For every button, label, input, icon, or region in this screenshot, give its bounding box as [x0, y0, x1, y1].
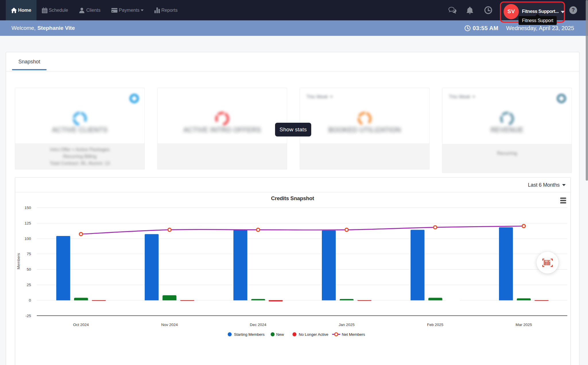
history-clock-icon-graphic: [484, 6, 492, 14]
welcome-bar: Welcome, Stephanie Vite 03:55 AM Wednesd…: [0, 20, 588, 36]
bell-icon-graphic: [466, 6, 474, 14]
avatar[interactable]: SV: [504, 4, 519, 19]
period-selector[interactable]: This Week: [449, 94, 475, 99]
net-members-line: [79, 225, 525, 236]
chart-axes-grid: 1501251007550250-25: [24, 206, 567, 318]
credit-card-icon: [111, 8, 117, 13]
nav-item-home[interactable]: Home: [6, 0, 36, 20]
svg-text:Nov 2024: Nov 2024: [161, 323, 178, 327]
period-label: This Week: [306, 94, 328, 99]
stat-card-top: ACTIVE CLIENTS: [15, 88, 144, 143]
svg-text:Credits Snapshot: Credits Snapshot: [271, 195, 314, 201]
chart-legend: Starting MembersNewNo Longer ActiveNet M…: [228, 332, 365, 337]
svg-text:No Longer Active: No Longer Active: [299, 332, 328, 337]
home-icon: [11, 7, 17, 13]
svg-text:125: 125: [24, 221, 31, 225]
svg-text:Feb 2025: Feb 2025: [427, 323, 443, 327]
stat-card-footer-text: Recurring: [442, 150, 572, 157]
svg-text:50: 50: [27, 267, 31, 272]
stat-card-title: REVENUE: [442, 126, 572, 134]
tooltip-arrow: [535, 14, 540, 16]
nav-item-label: Reports: [161, 8, 178, 13]
time-text: 03:55 AM: [473, 25, 498, 32]
bar-chart-icon-graphic: [154, 7, 160, 13]
tab-active-underline: [12, 69, 47, 70]
stat-card-top: This WeekBOOKED UTILIZATION: [300, 88, 429, 143]
stat-card-footer: [300, 143, 429, 169]
period-selector[interactable]: This Week: [306, 94, 333, 99]
gauge-icon-graphic: [556, 93, 566, 104]
donut-spinner: [357, 111, 373, 127]
donut-spinner: [214, 111, 230, 127]
donut-spinner: [499, 111, 515, 127]
chat-icon-graphic: [448, 7, 457, 14]
svg-text:75: 75: [27, 252, 31, 256]
nav-item-clients[interactable]: Clients: [74, 0, 106, 20]
y-axis-title: Members: [16, 253, 21, 270]
nav-item-payments[interactable]: Payments: [106, 0, 149, 20]
person-icon: [79, 7, 85, 13]
chevron-down-icon: [330, 96, 333, 98]
welcome-message: Welcome, Stephanie Vite: [11, 20, 75, 36]
date-text: Wednesday, April 23, 2025: [506, 25, 574, 32]
chart-title: Credits Snapshot1501251007550250-25Membe…: [16, 195, 567, 337]
welcome-greeting: Welcome,: [11, 25, 36, 31]
svg-text:Net Members: Net Members: [342, 332, 365, 337]
range-selector-label: Last 6 Months: [528, 182, 560, 188]
chart-menu-icon[interactable]: [560, 198, 566, 204]
stat-card-title: ACTIVE CLIENTS: [15, 126, 144, 134]
svg-text:0: 0: [29, 298, 31, 302]
chart-header: Last 6 Months: [15, 177, 570, 192]
credit-card-icon-graphic: [111, 8, 117, 13]
stat-card-footer: Intro Offer + Active PackagesRecurring B…: [15, 143, 144, 169]
chevron-down-icon: [562, 184, 566, 186]
tab-bar: Snapshot: [6, 52, 579, 71]
stat-card-title: ACTIVE INTRO OFFERS: [158, 126, 287, 134]
range-selector[interactable]: Last 6 Months: [528, 177, 566, 192]
svg-text:Mar 2025: Mar 2025: [516, 323, 532, 327]
barcode-icon: [542, 259, 553, 267]
person-icon-graphic: [79, 7, 85, 13]
period-label: This Week: [449, 94, 470, 99]
barcode-scan-button[interactable]: [537, 252, 558, 274]
svg-text:25: 25: [27, 283, 31, 287]
history-clock-icon[interactable]: [480, 0, 496, 20]
gauge-icon[interactable]: [556, 93, 566, 105]
stat-card-active-clients: ACTIVE CLIENTSIntro Offer + Active Packa…: [15, 88, 145, 169]
user-tooltip: Fitness Support: [519, 16, 557, 25]
stat-card-booked-utilization: This WeekBOOKED UTILIZATION: [300, 88, 430, 169]
nav-item-schedule[interactable]: Schedule: [36, 0, 74, 20]
svg-text:-25: -25: [25, 314, 31, 318]
home-icon-graphic: [11, 7, 17, 13]
svg-text:100: 100: [24, 237, 31, 241]
nav-item-reports[interactable]: Reports: [149, 0, 183, 20]
chevron-down-icon: [561, 11, 565, 13]
svg-text:Dec 2024: Dec 2024: [250, 323, 266, 327]
chat-icon[interactable]: [444, 0, 461, 20]
stat-card-active-intro-offers: ACTIVE INTRO OFFERS: [157, 88, 287, 169]
show-stats-button[interactable]: Show stats: [275, 123, 311, 136]
top-navigation: HomeScheduleClientsPaymentsReports SV Fi…: [0, 0, 588, 20]
gauge-icon[interactable]: [129, 93, 139, 105]
chevron-down-icon: [141, 9, 144, 11]
nav-items: HomeScheduleClientsPaymentsReports: [0, 0, 183, 20]
stat-card-footer: [158, 143, 287, 169]
help-icon[interactable]: ?: [569, 6, 577, 14]
current-time: 03:55 AM: [465, 25, 498, 32]
chevron-down-icon: [472, 96, 475, 98]
stat-card-revenue: This WeekREVENUERecurring: [442, 88, 572, 173]
stat-card-footer: Recurring: [442, 144, 572, 173]
scrollbar-thumb[interactable]: [586, 0, 588, 181]
calendar-icon-graphic: [42, 7, 47, 13]
nav-item-label: Home: [18, 7, 31, 13]
gauge-icon-graphic: [129, 93, 139, 104]
nav-item-label: Clients: [86, 8, 100, 13]
chart-card: Last 6 Months Credits Snapshot1501251007…: [15, 177, 571, 365]
svg-text:Jan 2025: Jan 2025: [339, 323, 355, 327]
nav-item-label: Schedule: [49, 8, 68, 13]
stat-card-footer-text: Intro Offer + Active PackagesRecurring B…: [15, 146, 144, 167]
bell-icon[interactable]: [462, 0, 478, 20]
stat-card-top: ACTIVE INTRO OFFERS: [158, 88, 287, 143]
tab-snapshot[interactable]: Snapshot: [12, 52, 47, 71]
clock-icon: [465, 25, 471, 31]
